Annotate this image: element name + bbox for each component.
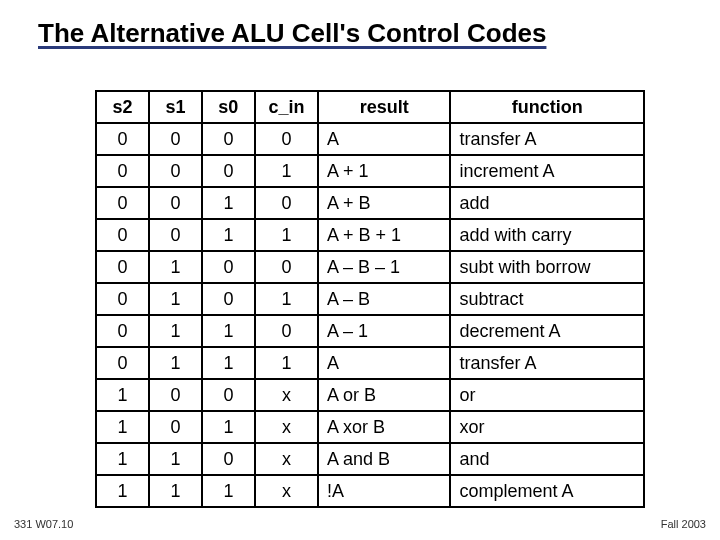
cell-result: A – 1 <box>318 315 450 347</box>
cell-function: or <box>450 379 644 411</box>
header-s2: s2 <box>96 91 149 123</box>
cell-s0: 1 <box>202 219 255 251</box>
cell-s0: 1 <box>202 475 255 507</box>
cell-s2: 0 <box>96 187 149 219</box>
cell-s0: 1 <box>202 315 255 347</box>
table-row: 0 1 1 1 A transfer A <box>96 347 644 379</box>
header-s0: s0 <box>202 91 255 123</box>
cell-s1: 1 <box>149 443 202 475</box>
cell-s2: 0 <box>96 251 149 283</box>
slide: The Alternative ALU Cell's Control Codes… <box>0 0 720 540</box>
cell-function: xor <box>450 411 644 443</box>
cell-result: A xor B <box>318 411 450 443</box>
cell-cin: x <box>255 475 318 507</box>
cell-result: A – B – 1 <box>318 251 450 283</box>
cell-function: increment A <box>450 155 644 187</box>
cell-s2: 1 <box>96 379 149 411</box>
cell-s0: 0 <box>202 379 255 411</box>
cell-result: A + B + 1 <box>318 219 450 251</box>
cell-cin: 0 <box>255 123 318 155</box>
footer-right: Fall 2003 <box>661 518 706 530</box>
cell-s0: 1 <box>202 187 255 219</box>
cell-cin: 1 <box>255 347 318 379</box>
table-row: 1 0 0 x A or B or <box>96 379 644 411</box>
cell-s0: 1 <box>202 411 255 443</box>
table-row: 1 1 0 x A and B and <box>96 443 644 475</box>
cell-s1: 0 <box>149 411 202 443</box>
cell-function: subtract <box>450 283 644 315</box>
cell-s0: 1 <box>202 347 255 379</box>
cell-result: A + 1 <box>318 155 450 187</box>
cell-cin: x <box>255 411 318 443</box>
cell-cin: 0 <box>255 251 318 283</box>
cell-result: !A <box>318 475 450 507</box>
header-result: result <box>318 91 450 123</box>
cell-s0: 0 <box>202 123 255 155</box>
cell-function: subt with borrow <box>450 251 644 283</box>
cell-result: A <box>318 123 450 155</box>
cell-function: decrement A <box>450 315 644 347</box>
table-row: 0 1 0 1 A – B subtract <box>96 283 644 315</box>
control-codes-table-wrap: s2 s1 s0 c_in result function 0 0 0 0 A … <box>95 90 645 508</box>
cell-s1: 1 <box>149 475 202 507</box>
cell-cin: 0 <box>255 187 318 219</box>
cell-s1: 1 <box>149 251 202 283</box>
page-title: The Alternative ALU Cell's Control Codes <box>30 18 690 49</box>
cell-cin: x <box>255 379 318 411</box>
table-header-row: s2 s1 s0 c_in result function <box>96 91 644 123</box>
header-s1: s1 <box>149 91 202 123</box>
cell-s2: 0 <box>96 283 149 315</box>
cell-s1: 0 <box>149 155 202 187</box>
footer-left: 331 W07.10 <box>14 518 73 530</box>
cell-s0: 0 <box>202 443 255 475</box>
cell-cin: 1 <box>255 155 318 187</box>
cell-function: transfer A <box>450 123 644 155</box>
table-row: 1 1 1 x !A complement A <box>96 475 644 507</box>
cell-result: A and B <box>318 443 450 475</box>
header-function: function <box>450 91 644 123</box>
cell-s2: 0 <box>96 155 149 187</box>
cell-cin: 1 <box>255 219 318 251</box>
cell-cin: x <box>255 443 318 475</box>
table-row: 0 0 0 1 A + 1 increment A <box>96 155 644 187</box>
cell-s1: 1 <box>149 283 202 315</box>
control-codes-table: s2 s1 s0 c_in result function 0 0 0 0 A … <box>95 90 645 508</box>
table-row: 0 0 1 1 A + B + 1 add with carry <box>96 219 644 251</box>
cell-s1: 0 <box>149 219 202 251</box>
cell-s2: 1 <box>96 475 149 507</box>
table-row: 0 1 1 0 A – 1 decrement A <box>96 315 644 347</box>
cell-result: A or B <box>318 379 450 411</box>
cell-s2: 0 <box>96 123 149 155</box>
table-row: 1 0 1 x A xor B xor <box>96 411 644 443</box>
cell-s2: 0 <box>96 347 149 379</box>
cell-s0: 0 <box>202 155 255 187</box>
cell-result: A – B <box>318 283 450 315</box>
cell-cin: 0 <box>255 315 318 347</box>
table-row: 0 0 0 0 A transfer A <box>96 123 644 155</box>
cell-s2: 1 <box>96 443 149 475</box>
cell-function: transfer A <box>450 347 644 379</box>
cell-s1: 0 <box>149 379 202 411</box>
table-row: 0 0 1 0 A + B add <box>96 187 644 219</box>
cell-s1: 1 <box>149 347 202 379</box>
cell-function: and <box>450 443 644 475</box>
cell-s1: 0 <box>149 123 202 155</box>
cell-s2: 1 <box>96 411 149 443</box>
cell-s1: 0 <box>149 187 202 219</box>
header-c-in: c_in <box>255 91 318 123</box>
cell-cin: 1 <box>255 283 318 315</box>
cell-s0: 0 <box>202 251 255 283</box>
cell-s2: 0 <box>96 315 149 347</box>
cell-function: add with carry <box>450 219 644 251</box>
cell-function: complement A <box>450 475 644 507</box>
cell-result: A + B <box>318 187 450 219</box>
cell-function: add <box>450 187 644 219</box>
table-row: 0 1 0 0 A – B – 1 subt with borrow <box>96 251 644 283</box>
cell-s0: 0 <box>202 283 255 315</box>
cell-s1: 1 <box>149 315 202 347</box>
cell-result: A <box>318 347 450 379</box>
cell-s2: 0 <box>96 219 149 251</box>
